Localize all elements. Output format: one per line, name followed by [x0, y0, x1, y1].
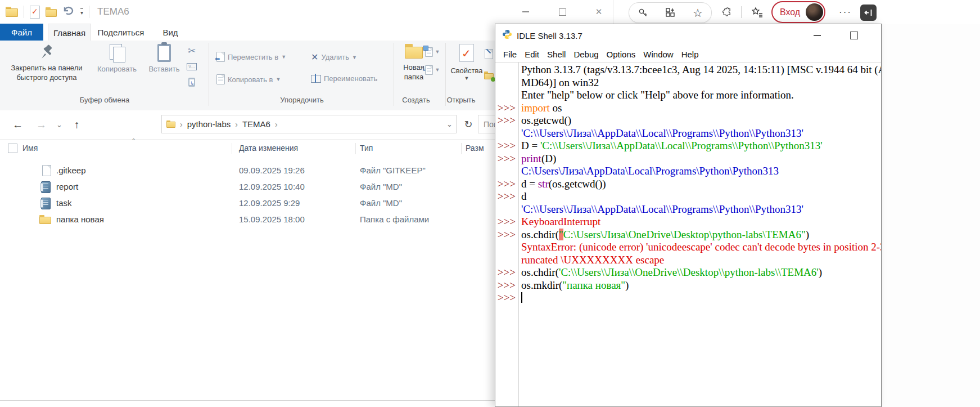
- properties-check-icon[interactable]: ✓: [30, 6, 40, 19]
- console-line: >>>os.getcwd(): [495, 114, 881, 127]
- idle-maximize-button[interactable]: [843, 24, 865, 47]
- copy-to-button[interactable]: Копировать в▼: [216, 74, 281, 84]
- recent-locations-icon[interactable]: ⌄: [56, 110, 62, 139]
- rename-icon: [311, 75, 321, 83]
- tab-Главная[interactable]: Главная: [48, 24, 91, 41]
- pin-to-quick-access-button[interactable]: Закрепить на панелибыстрого доступа: [7, 44, 87, 82]
- file-row[interactable]: report12.09.2025 10:40Файл "MD": [0, 179, 495, 195]
- file-name[interactable]: report: [56, 182, 78, 191]
- breadcrumb-chevron-icon[interactable]: ›: [275, 120, 278, 129]
- console-line: Python 3.13.7 (tags/v3.13.7:bcee1c3, Aug…: [495, 64, 881, 77]
- menu-edit[interactable]: Edit: [525, 50, 539, 59]
- address-dropdown-icon[interactable]: ⌄: [446, 120, 453, 128]
- forward-icon[interactable]: →: [36, 110, 47, 139]
- file-icon: [42, 165, 51, 176]
- column-header-name[interactable]: Имя: [22, 144, 38, 153]
- paste-shortcut-icon[interactable]: ↳: [186, 77, 198, 88]
- edge-addressbar-end: ☆: [629, 2, 712, 23]
- properties-button[interactable]: ✓ Свойства ▼: [450, 44, 484, 81]
- back-icon[interactable]: ←: [12, 110, 23, 139]
- shell-prompt: >>>: [495, 153, 516, 165]
- file-name[interactable]: .gitkeep: [56, 166, 86, 175]
- console-text: SyntaxError: (unicode error) 'unicodeesc…: [521, 241, 881, 253]
- address-bar[interactable]: ›python-labs›ТЕМА6› ⌄: [161, 115, 457, 133]
- minimize-button[interactable]: [513, 0, 539, 24]
- tab-Поделиться[interactable]: Поделиться: [96, 24, 146, 41]
- console-line: >>>KeyboardInterrupt: [495, 216, 881, 229]
- extensions-puzzle-icon[interactable]: [721, 7, 732, 18]
- close-button[interactable]: ✕: [586, 0, 612, 24]
- menu-window[interactable]: Window: [643, 50, 673, 59]
- cut-icon[interactable]: ✂: [186, 45, 198, 56]
- console-line: >>>import os: [495, 102, 881, 115]
- paste-button[interactable]: Вставить: [146, 44, 182, 74]
- move-to-button[interactable]: ⬅ Переместить в▼: [216, 52, 286, 62]
- explorer-titlebar: ✓ ▾ ТЕМА6 ✕: [0, 0, 613, 24]
- more-menu-icon[interactable]: ···: [839, 0, 852, 25]
- edit-icon[interactable]: [482, 48, 495, 60]
- password-key-icon[interactable]: [638, 7, 648, 18]
- new-item-icon[interactable]: ▼: [423, 46, 442, 57]
- console-text: os.mkdir("папка новая"): [521, 279, 881, 292]
- collections-grid-icon[interactable]: [665, 7, 676, 18]
- column-header-date[interactable]: Дата изменения: [239, 144, 298, 153]
- breadcrumb-item[interactable]: ТЕМА6: [242, 119, 270, 129]
- file-type: Файл "GITKEEP": [360, 166, 426, 175]
- file-name[interactable]: папка новая: [56, 214, 104, 224]
- console-text: KeyboardInterrupt: [521, 216, 881, 228]
- console-line: SyntaxError: (unicode error) 'unicodeesc…: [495, 241, 881, 254]
- copy-button[interactable]: Копировать: [91, 44, 143, 74]
- file-type: Файл "MD": [360, 182, 402, 191]
- shell-prompt: >>>: [495, 292, 516, 304]
- console-line: >>>d: [495, 190, 881, 203]
- console-text: os.chdir("C:\Users\Лиза\OneDrive\Desktop…: [521, 229, 881, 241]
- easy-access-icon[interactable]: ≡ ▼: [423, 64, 442, 75]
- menu-shell[interactable]: Shell: [547, 50, 566, 59]
- tab-Вид[interactable]: Вид: [153, 24, 188, 41]
- menu-options[interactable]: Options: [607, 50, 636, 59]
- shell-prompt: >>>: [495, 140, 516, 152]
- group-divider: [209, 43, 209, 106]
- file-name[interactable]: task: [56, 198, 72, 208]
- address-folder-icon: [166, 120, 175, 128]
- file-date: 12.09.2025 10:40: [239, 182, 305, 191]
- file-row[interactable]: .gitkeep09.09.2025 19:26Файл "GITKEEP": [0, 163, 495, 179]
- menu-help[interactable]: Help: [681, 50, 699, 59]
- delete-button[interactable]: ✕ Удалить▼: [311, 52, 357, 62]
- group-label-clipboard: Буфер обмена: [60, 96, 150, 104]
- chevron-down-icon: ▼: [281, 54, 286, 60]
- favorites-star-icon[interactable]: ☆: [693, 6, 703, 20]
- console-line: >>>D = 'C:\\Users\\Лиза\\AppData\\Local\…: [495, 140, 881, 153]
- shell-prompt: >>>: [495, 102, 516, 114]
- signin-button[interactable]: Вход: [771, 1, 825, 23]
- profile-avatar[interactable]: [806, 3, 823, 21]
- refresh-icon[interactable]: ↻: [460, 115, 477, 133]
- folder-icon[interactable]: [46, 7, 57, 17]
- history-icon[interactable]: [482, 70, 495, 81]
- breadcrumb-item[interactable]: python-labs: [187, 119, 231, 129]
- rename-button[interactable]: Переименовать: [311, 74, 377, 83]
- up-icon[interactable]: ↑: [74, 110, 80, 139]
- menu-debug[interactable]: Debug: [573, 50, 598, 59]
- console-text: MD64)] on win32: [521, 77, 881, 89]
- chevron-down-icon: ▼: [352, 55, 357, 60]
- menu-file[interactable]: File: [503, 50, 517, 59]
- file-row[interactable]: папка новая15.09.2025 18:00Папка с файла…: [0, 212, 495, 228]
- favorites-list-icon[interactable]: [751, 6, 764, 19]
- tab-Файл[interactable]: Файл: [0, 24, 43, 41]
- undo-icon[interactable]: [62, 6, 75, 18]
- customize-qat-icon[interactable]: ▾: [80, 8, 83, 16]
- idle-minimize-button[interactable]: [806, 24, 828, 47]
- breadcrumb-chevron-icon[interactable]: ›: [180, 120, 183, 129]
- file-row[interactable]: task12.09.2025 9:29Файл "MD": [0, 195, 495, 212]
- maximize-button[interactable]: [549, 0, 575, 24]
- pin-icon: [39, 44, 54, 61]
- idle-console[interactable]: Python 3.13.7 (tags/v3.13.7:bcee1c3, Aug…: [495, 62, 881, 406]
- idle-shell-window: IDLE Shell 3.13.7 FileEditShellDebugOpti…: [495, 24, 882, 407]
- breadcrumb-chevron-icon[interactable]: ›: [235, 120, 238, 129]
- column-header-size[interactable]: Разм: [466, 144, 484, 153]
- select-all-checkbox[interactable]: [8, 144, 17, 153]
- copy-path-icon[interactable]: \\...: [186, 61, 198, 72]
- column-header-type[interactable]: Тип: [360, 144, 373, 153]
- sidebar-toggle-icon[interactable]: [860, 5, 877, 21]
